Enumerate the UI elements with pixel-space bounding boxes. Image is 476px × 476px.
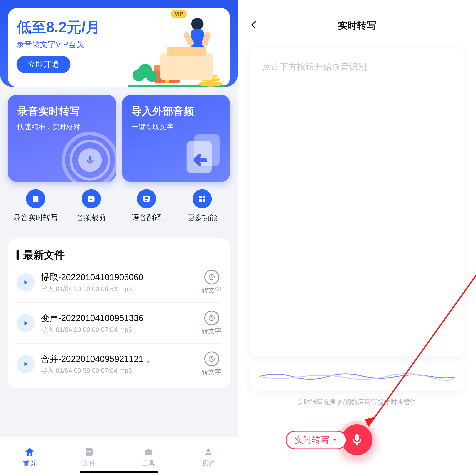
microphone-icon	[84, 154, 96, 166]
quick-realtime-transcribe[interactable]: 录音实时转写	[8, 189, 63, 228]
play-button[interactable]	[17, 355, 35, 373]
import-file-icon	[178, 130, 226, 177]
transcript-placeholder: 点击下方按钮开始录音识别	[262, 61, 452, 73]
tab-mine[interactable]: 我的	[178, 445, 238, 468]
import-audio-card[interactable]: 导入外部音频 一键提取文字	[122, 95, 230, 182]
play-icon	[22, 279, 29, 286]
play-icon	[22, 360, 29, 367]
svg-rect-28	[203, 199, 205, 202]
svg-rect-27	[199, 199, 202, 202]
file-name: 合并-20220104095921121 。	[41, 353, 196, 365]
recent-files-card: 最新文件 提取-20220104101905060 导入 01/04 10:19…	[8, 238, 230, 388]
mic-decoration	[62, 132, 116, 182]
svg-rect-35	[147, 449, 150, 451]
quick-audio-crop[interactable]: 音频裁剪	[63, 189, 119, 228]
svg-rect-17	[160, 53, 213, 80]
convert-button[interactable]: 转文字	[202, 352, 221, 376]
convert-label: 转文字	[202, 286, 221, 295]
file-row[interactable]: 提取-20220104101905060 导入 01/04 10:19 00:0…	[17, 262, 221, 303]
play-button[interactable]	[17, 314, 35, 332]
tab-home[interactable]: 首页	[0, 445, 60, 468]
play-button[interactable]	[17, 273, 35, 291]
svg-rect-26	[203, 195, 205, 198]
record-controls: 实时转写	[238, 421, 476, 458]
grid-icon	[198, 194, 207, 204]
svg-point-11	[198, 81, 222, 87]
quick-label: 录音实时转写	[14, 213, 58, 223]
file-meta: 导入 01/04 10:09 00:07:04 mp3	[41, 326, 196, 334]
transcribe-icon	[31, 194, 40, 204]
quick-label: 更多功能	[187, 213, 217, 223]
mode-select-button[interactable]: 实时转写	[286, 430, 347, 449]
svg-rect-23	[90, 199, 92, 200]
svg-rect-33	[87, 451, 91, 452]
transcribe-screen: 实时转写 点击下方按钮开始录音识别 实时转写在息屏/切换应用等操作时将暂停 实时…	[238, 0, 476, 476]
file-name: 提取-20220104101905060	[41, 271, 196, 283]
crop-icon	[86, 194, 96, 204]
microphone-icon	[350, 432, 364, 447]
open-vip-button[interactable]: 立即开通	[17, 56, 70, 73]
tab-files[interactable]: 文件	[60, 445, 119, 468]
realtime-transcribe-card[interactable]: 录音实时转写 快速精准，实时校对	[8, 95, 116, 182]
file-name: 变声-20220104100951336	[41, 312, 196, 324]
waveform-icon	[258, 367, 455, 385]
quick-more[interactable]: 更多功能	[174, 189, 230, 228]
svg-rect-22	[90, 198, 93, 198]
card-desc: 快速精准，实时校对	[17, 123, 106, 132]
mode-label: 实时转写	[294, 434, 329, 446]
feature-cards: 录音实时转写 快速精准，实时校对 导入外部音频 一键提取文字	[8, 95, 230, 182]
home-indicator	[80, 471, 158, 473]
tab-label: 首页	[23, 459, 36, 468]
card-title: 录音实时转写	[17, 105, 106, 118]
transcript-area: 点击下方按钮开始录音识别	[250, 48, 464, 356]
file-row[interactable]: 合并-20220104095921121 。 导入 01/04 09:59 00…	[17, 344, 221, 384]
home-screen: 低至8.2元/月 录音转文字VIP会员 立即开通 VIP	[0, 0, 238, 476]
clock-icon	[208, 274, 215, 281]
tab-tools[interactable]: 工具	[119, 445, 178, 468]
play-icon	[22, 319, 29, 326]
tab-label: 文件	[83, 459, 96, 468]
quick-actions: 录音实时转写 音频裁剪 语音翻译 更多功能	[8, 189, 230, 228]
files-icon	[84, 447, 94, 457]
clock-icon	[208, 355, 215, 362]
nav-bar: 实时转写	[238, 15, 476, 36]
quick-voice-translate[interactable]: 语音翻译	[119, 189, 174, 228]
convert-button[interactable]: 转文字	[202, 270, 221, 295]
tab-label: 工具	[142, 459, 155, 468]
file-row[interactable]: 变声-20220104100951336 导入 01/04 10:09 00:0…	[17, 303, 221, 344]
vip-promo-card[interactable]: 低至8.2元/月 录音转文字VIP会员 立即开通 VIP	[8, 8, 230, 87]
home-icon	[24, 446, 35, 458]
chevron-left-icon	[249, 20, 259, 30]
tools-icon	[143, 447, 154, 457]
convert-label: 转文字	[202, 327, 221, 335]
svg-rect-32	[86, 448, 93, 456]
svg-point-36	[206, 448, 210, 452]
tab-bar: 首页 文件 工具 我的	[0, 437, 238, 476]
page-title: 实时转写	[338, 19, 376, 32]
svg-point-16	[146, 71, 157, 82]
svg-rect-18	[167, 47, 206, 56]
caret-down-icon	[332, 437, 338, 443]
file-meta: 导入 01/04 10:19 00:00:53 mp3	[41, 285, 196, 293]
clock-icon	[208, 315, 215, 321]
svg-rect-34	[145, 450, 152, 456]
card-title: 导入外部音频	[132, 105, 221, 118]
tab-label: 我的	[202, 459, 215, 468]
convert-button[interactable]: 转文字	[202, 311, 221, 335]
waveform-panel	[250, 361, 464, 391]
back-button[interactable]	[246, 17, 261, 32]
svg-rect-21	[88, 195, 94, 202]
scene-illustration	[126, 8, 230, 87]
promo-illustration: VIP	[126, 8, 230, 87]
quick-label: 音频裁剪	[76, 213, 106, 223]
svg-rect-25	[199, 195, 202, 198]
quick-label: 语音翻译	[132, 213, 161, 223]
file-meta: 导入 01/04 09:59 00:07:04 mp3	[41, 367, 196, 375]
translate-icon	[142, 194, 152, 204]
convert-label: 转文字	[202, 368, 221, 376]
recent-files-heading: 最新文件	[17, 248, 221, 262]
pause-hint: 实时转写在息屏/切换应用等操作时将暂停	[238, 398, 476, 406]
user-icon	[203, 447, 213, 457]
